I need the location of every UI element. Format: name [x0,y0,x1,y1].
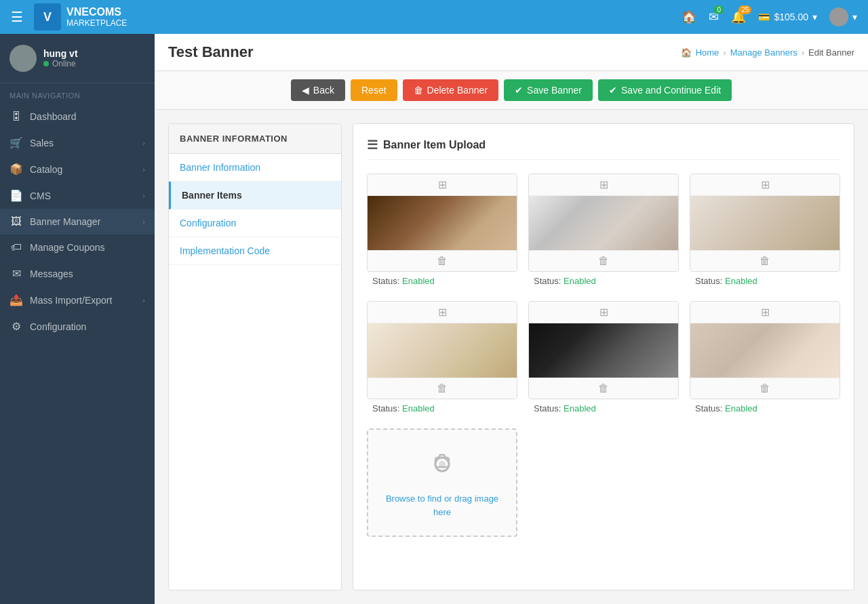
sidebar-item-catalog[interactable]: 📦 Catalog › [0,156,155,182]
delete-item-icon[interactable]: 🗑 [437,382,448,395]
table-row: ⊞ 🗑 Status: Enabled [528,301,679,418]
breadcrumb-manage-banners[interactable]: Manage Banners [730,47,797,58]
wallet-chevron-icon: ▾ [812,12,817,22]
left-panel-item-implementation-code[interactable]: Implementation Code [169,237,341,265]
banner-image-3 [690,196,840,250]
topnav-left: ☰ V VNECOMS MARKETPLACE [11,3,127,31]
home-icon[interactable]: 🏠 [682,9,696,24]
back-button[interactable]: ◀ Back [291,79,345,101]
sidebar-item-banner-manager[interactable]: 🖼 Banner Manager › [0,209,155,235]
delete-item-icon[interactable]: 🗑 [760,382,770,395]
sidebar-item-label: Sales [30,138,54,148]
upload-card-wrapper: Browse to find or drag image here [367,428,517,537]
left-panel-item-banner-information[interactable]: Banner Information [169,154,341,182]
banner-card-bottom: 🗑 [690,378,840,399]
reset-button[interactable]: Reset [351,79,397,101]
sidebar-item-sales[interactable]: 🛒 Sales › [0,129,155,156]
grid-drag-icon[interactable]: ⊞ [438,306,447,319]
upload-card[interactable]: Browse to find or drag image here [367,428,517,537]
back-icon: ◀ [302,85,309,96]
sidebar-item-label: Manage Coupons [30,242,105,253]
banner-card-2: ⊞ 🗑 [528,174,679,272]
grid-drag-icon[interactable]: ⊞ [438,178,447,191]
mail-icon[interactable]: ✉ 0 [709,9,719,24]
section-title-text: Banner Item Upload [383,139,486,151]
page-title: Test Banner [168,43,254,61]
status-value: Enabled [564,276,596,286]
banner-card-1: ⊞ 🗑 [367,174,517,272]
status-value: Enabled [725,276,757,286]
delete-banner-button[interactable]: 🗑 Delete Banner [403,79,499,101]
table-row: ⊞ 🗑 Status: Enabled [367,174,517,290]
sidebar-item-manage-coupons[interactable]: 🏷 Manage Coupons [0,235,155,260]
banner-card-top: ⊞ [368,302,517,323]
save-banner-button[interactable]: ✔ Save Banner [504,79,593,101]
wallet-area[interactable]: 💳 $105.00 ▾ [758,12,817,22]
user-avatar-area[interactable]: ▾ [829,7,857,26]
status-label: Status: [695,276,725,286]
wallet-icon: 💳 [758,12,770,22]
sidebar: hung vt Online MAIN NAVIGATION 🎛 Dashboa… [0,34,155,604]
banner-image-2 [529,196,678,250]
sidebar-item-mass-import-export[interactable]: 📤 Mass Import/Export › [0,287,155,313]
wallet-amount: $105.00 [774,12,808,22]
breadcrumb-home[interactable]: Home [696,47,719,58]
check-icon: ✔ [515,85,523,96]
status-text: Online [52,59,76,68]
save-continue-button[interactable]: ✔ Save and Continue Edit [598,79,732,101]
sidebar-item-dashboard[interactable]: 🎛 Dashboard [0,104,155,129]
sidebar-item-messages[interactable]: ✉ Messages [0,260,155,287]
main-content: Test Banner 🏠 Home › Manage Banners › Ed… [155,34,868,604]
banner-card-bottom: 🗑 [529,250,678,271]
banner-image-6 [690,323,840,378]
banner-image-4 [368,323,517,378]
bell-icon[interactable]: 🔔 25 [731,9,746,24]
sidebar-item-cms[interactable]: 📄 CMS › [0,182,155,209]
status-label: Status: [534,403,564,414]
banner-card-bottom: 🗑 [368,250,517,271]
chevron-right-icon: › [142,296,145,304]
grid-drag-icon[interactable]: ⊞ [761,178,770,191]
delete-item-icon[interactable]: 🗑 [437,255,448,267]
banner-status-5: Status: Enabled [528,399,679,418]
dashboard-icon: 🎛 [9,110,23,123]
banner-status-1: Status: Enabled [367,272,517,290]
sidebar-item-label: Mass Import/Export [30,295,112,306]
sidebar-item-label: Banner Manager [30,216,100,227]
banner-status-4: Status: Enabled [367,399,517,418]
banner-manager-icon: 🖼 [9,216,23,228]
logo-area: V VNECOMS MARKETPLACE [34,3,127,31]
grid-drag-icon[interactable]: ⊞ [599,178,608,191]
user-chevron-icon: ▾ [852,12,857,22]
grid-drag-icon[interactable]: ⊞ [761,306,770,319]
grid-drag-icon[interactable]: ⊞ [599,306,608,319]
left-panel: BANNER INFORMATION Banner Information Ba… [168,123,342,590]
bell-badge: 25 [738,5,751,14]
status-value: Enabled [402,403,435,414]
main-layout: hung vt Online MAIN NAVIGATION 🎛 Dashboa… [0,34,868,604]
banner-status-6: Status: Enabled [690,399,840,418]
trash-icon: 🗑 [414,85,423,96]
sidebar-nav-label: MAIN NAVIGATION [0,83,155,104]
left-panel-item-configuration[interactable]: Configuration [169,209,341,237]
check-icon: ✔ [609,85,617,96]
page-header: Test Banner 🏠 Home › Manage Banners › Ed… [155,34,868,71]
mass-import-export-icon: 📤 [9,294,23,306]
delete-item-icon[interactable]: 🗑 [598,255,609,267]
chevron-right-icon: › [142,192,145,200]
upload-link-text[interactable]: Browse to find or drag image here [382,492,502,519]
topnav-right: 🏠 ✉ 0 🔔 25 💳 $105.00 ▾ ▾ [682,7,857,26]
status-label: Status: [372,276,402,286]
delete-item-icon[interactable]: 🗑 [760,255,770,267]
hamburger-menu[interactable]: ☰ [11,9,23,25]
delete-item-icon[interactable]: 🗑 [598,382,609,395]
user-avatar [829,7,848,26]
status-label: Status: [534,276,564,286]
banner-card-6: ⊞ 🗑 [690,301,840,399]
table-row: ⊞ 🗑 Status: Enabled [690,174,840,290]
status-dot-icon [43,61,49,66]
sidebar-item-configuration[interactable]: ⚙ Configuration [0,313,155,340]
left-panel-item-banner-items[interactable]: Banner Items [169,182,341,209]
status-value: Enabled [564,403,596,414]
camera-icon [426,447,458,485]
